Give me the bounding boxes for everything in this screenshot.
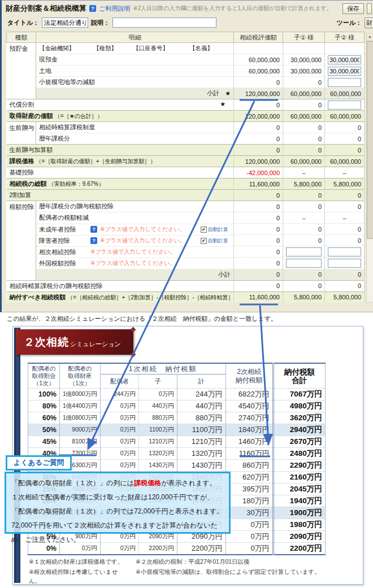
sim-asset-cell: 1億4400万円	[60, 400, 101, 412]
row-acquired-value: 取得財産の価額 （=［★の合計］） 120,000,000 60,000,000…	[7, 111, 365, 122]
small-lot-label: 小規模宅地等の減額	[36, 77, 234, 88]
sim-second-tax-cell: 6822万円	[225, 389, 273, 400]
row-total-tax: 相続税の総額 （実効税率：9.67%） 11,600,000 5,800,000…	[7, 178, 365, 190]
page-title: 財産分割案＆相続税概算	[6, 3, 86, 14]
compensation-child2-input[interactable]	[328, 101, 361, 110]
faq-body: １次相続で配偶者が実際に受け取った財産は120,000千円ですが、「配偶者の取得…	[11, 490, 224, 547]
save-button[interactable]: 保存	[342, 3, 364, 14]
row-basic-deduction: 基礎控除 -42,000,000 – –	[7, 167, 365, 178]
cash-child2-input[interactable]	[328, 55, 361, 64]
sim-row: 45% 8100万円 0万円 1210万円 1210万円 1460万円 2670…	[28, 436, 326, 448]
row-settlement-taxation: 生前贈与 相続時精算課税制度 0 0 0	[7, 122, 365, 133]
sim-ratio-cell: 60%	[28, 412, 60, 424]
spouse-relief-label: 配偶者の税額軽減	[36, 212, 234, 224]
estimate-panel: 財産分割案＆相続税概算 ? ご利用説明 ※2人目以降の入力欄に価額を入力すると1…	[0, 0, 373, 312]
col-subtotal: 計	[177, 374, 225, 389]
row-calendar-year: 暦年課税分 0 0 0	[7, 133, 365, 145]
description-input[interactable]	[112, 18, 216, 28]
subtotal-label: 小計	[36, 269, 234, 280]
sim-second-tax-cell: 1840万円	[225, 424, 273, 436]
foreign-child1-input[interactable]	[286, 259, 322, 268]
row-cash: 現預金 60,000,000 30,000,000	[7, 54, 365, 66]
sim-ratio-cell: 80%	[28, 400, 60, 412]
calendar-label: 暦年課税分	[36, 133, 234, 145]
note-1: ※１次相続の財産は課税価格です。	[29, 557, 128, 566]
successive-child1-input[interactable]	[286, 247, 322, 256]
bank-sublabels: 【金融機関】【種類】【口座番号】【名義】	[36, 43, 234, 54]
banner-subtitle: シミュレーション	[70, 340, 121, 349]
auto-calc-checkbox[interactable]: ✔	[201, 238, 207, 244]
sim-row: 60% 1億0800万円 0万円 880万円 880万円 2740万円 3620…	[28, 412, 326, 424]
help-question-icon[interactable]: ?	[89, 5, 96, 12]
sim-second-tax-cell: 4540万円	[225, 400, 273, 412]
sim-spouse-tax-cell: 0万円	[100, 412, 138, 424]
basic-deduction-label: 基礎控除	[7, 167, 234, 178]
row-compensation: 代償分割★ 0 0	[7, 99, 365, 111]
sim-row: 35% 6300万円 0万円 1430万円 1430万円 860万円 2290万…	[28, 460, 326, 472]
note-3: ※相次相続控除は考慮していません。	[29, 567, 128, 585]
scrollbar-thumb[interactable]	[367, 41, 373, 239]
row-successive-deduction: 相次相続控除 ※プラス値で入力してください。 0	[7, 246, 365, 258]
sim-second-tax-cell: 0万円	[225, 519, 273, 531]
foreign-child2-input[interactable]	[328, 259, 361, 268]
sim-row: 80% 1億4400万円 0万円 440万円 440万円 4540万円 4980…	[28, 400, 326, 412]
sim-second-tax-cell: 620万円	[225, 472, 273, 484]
scroll-up-icon[interactable]: ▲	[367, 33, 373, 41]
sim-spouse-tax-cell: 0万円	[100, 436, 138, 448]
title-input[interactable]	[42, 18, 88, 28]
sim-second-tax-cell: 1460万円	[225, 436, 273, 448]
sim-second-tax-cell: 2740万円	[225, 412, 273, 424]
row-settlement-credit: 相続時精算課税分の贈与税額控除 0 0 0	[7, 280, 365, 291]
sim-second-tax-cell: 0万円	[225, 543, 273, 555]
desc-field-label: 説明：	[91, 19, 110, 27]
sim-second-tax-cell: 860万円	[225, 460, 273, 472]
col-child: 子	[138, 374, 177, 389]
note-2: ※２次相続の税制：平成27年01月01日以後	[136, 557, 320, 566]
auto-calc-checkbox[interactable]: ✔	[201, 227, 207, 233]
clipped-button[interactable]	[367, 3, 372, 14]
successive-child2-input[interactable]	[328, 247, 361, 256]
sim-asset-cell: 1億8000万円	[60, 389, 101, 400]
sim-grand-total-cell: 1980万円	[273, 519, 325, 531]
row-land: 土地 60,000,000 30,000,000	[7, 66, 365, 77]
sim-child-tax-cell: 1210万円	[138, 436, 177, 448]
compensation-label: 代償分割	[10, 101, 34, 108]
sim-first-total-cell: 440万円	[177, 400, 225, 412]
help-question-icon[interactable]: ?	[90, 237, 97, 244]
small-lot-child2-input[interactable]	[328, 78, 361, 87]
sim-first-total-cell: 244万円	[177, 389, 225, 400]
row-bank-labels: 預貯金 【金融機関】【種類】【口座番号】【名義】	[7, 43, 365, 54]
screenshot-root: 財産分割案＆相続税概算 ? ご利用説明 ※2人目以降の入力欄に価額を入力すると1…	[0, 0, 373, 588]
sim-grand-total-cell: 7067万円	[273, 389, 325, 400]
row-surcharge: 2割加算 0 0 0	[7, 190, 365, 201]
connector-text: この結果が、２次相続シミュレーションにおける「２次相続 納付税額」の金額と一致し…	[7, 315, 277, 323]
sim-spouse-tax-cell: 0万円	[100, 460, 138, 472]
total-tax-label: 相続税の総額	[10, 180, 47, 187]
surcharge-label: 2割加算	[7, 190, 234, 201]
col-total-tax: 納付税額 合計	[273, 363, 325, 389]
gift-credit-label: 暦年課税分の贈与税額控除	[36, 201, 234, 212]
col-spouse: 配偶者	[100, 374, 138, 389]
row-subtotal-assets: 小計★ 120,000,000 60,000,000 60,000,000	[7, 88, 365, 99]
col-second-inheritance-tax: 2次相続 納付税額	[225, 363, 273, 389]
help-question-icon[interactable]: ?	[90, 226, 97, 233]
cash-label: 現預金	[36, 54, 234, 66]
faq-tab: よくあるご質問	[6, 455, 72, 471]
sim-grand-total-cell: 2200万円	[273, 543, 325, 555]
taxable-label: 課税価格	[10, 158, 34, 164]
sim-second-tax-cell: 30万円	[225, 507, 273, 519]
col-detail: 明細	[36, 32, 234, 43]
disabled-label: 障害者控除	[39, 237, 88, 245]
sim-spouse-tax-cell: 0万円	[100, 400, 138, 412]
toolbar-note: ※2人目以降の入力欄に価額を入力すると1人目の価額が自動で計算されます。	[133, 5, 332, 12]
tool-button[interactable]: 財	[365, 18, 373, 28]
row-minor-deduction: 未成年者控除 ? ※プラス値で入力してください。 ✔自動計算 0 0 0	[7, 224, 365, 235]
acquired-label: 取得財産の価額	[10, 112, 53, 119]
sim-second-tax-cell: 1160万円	[225, 448, 273, 460]
usage-help-link[interactable]: ご利用説明	[99, 5, 130, 13]
sim-second-tax-cell: 0万円	[225, 531, 273, 543]
title-bar: タイトル： 説明： ツール： 財	[7, 16, 373, 29]
vertical-scrollbar[interactable]: ▲	[366, 33, 373, 303]
land-child2-input[interactable]	[328, 67, 361, 76]
minor-label: 未成年者控除	[39, 225, 88, 234]
